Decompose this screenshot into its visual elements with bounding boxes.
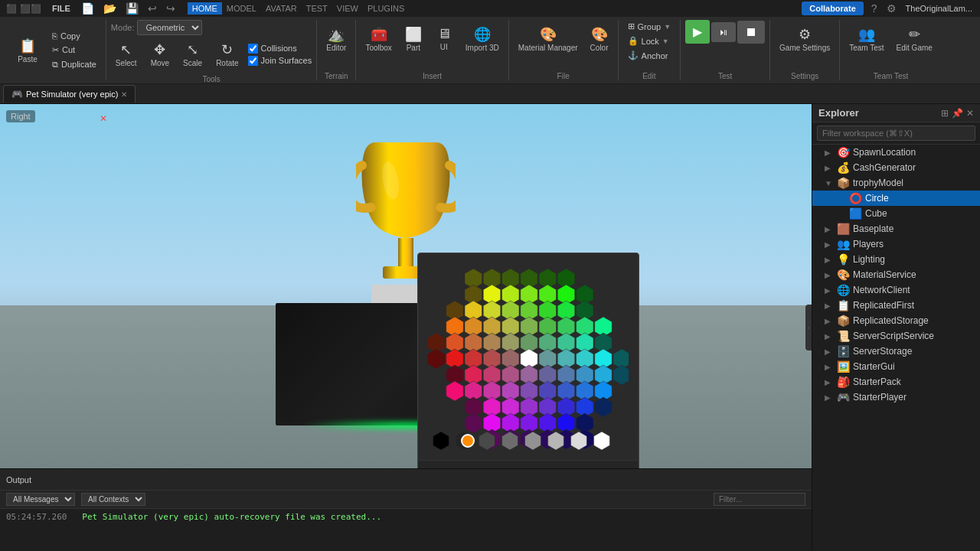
scale-icon: ⤡ [187,41,198,58]
nav-view[interactable]: VIEW [332,2,363,15]
settings-icon[interactable]: ⚙ [885,1,898,16]
collisions-checkbox[interactable] [248,44,258,54]
tree-item-starterplayer[interactable]: ▶ 🎮 StarterPlayer [812,390,980,405]
tree-icon: 🗄️ [837,345,850,357]
tree-icon: 📦 [837,315,850,327]
explorer-search-input[interactable] [817,126,975,141]
anchor-button[interactable]: ⚓ Anchor [623,49,676,62]
anchor-icon: ⚓ [628,51,639,60]
game-settings-button[interactable]: ⚙ Game Settings [775,20,835,63]
tree-label: CashGenerator [853,162,916,173]
terrain-section: ⛰️ Editor Terrain [317,20,356,80]
collaborate-button[interactable]: Collaborate [802,2,864,15]
tree-item-players[interactable]: ▶ 👥 Players [812,236,980,252]
tree-item-starterpack[interactable]: ▶ 🎒 StarterPack [812,374,980,390]
log-panel: All Messages All Contexts 05:24:57.260 P… [0,490,812,551]
user-label: TheOriginalLam... [904,2,974,15]
select-button[interactable]: ↖ Select [111,38,142,70]
tree-label: Cube [865,208,887,219]
tree-item-trophymodel[interactable]: ▼ 📦 trophyModel [812,175,980,191]
tab-pet-simulator[interactable]: 🎮 Pet Simulator (very epic) ✕ [3,85,136,103]
edit-game-button[interactable]: ✏ Edit Game [892,20,937,63]
tree-item-circle[interactable]: ⭕ Circle [812,191,980,206]
lock-button[interactable]: 🔒 Lock ▼ [623,34,676,47]
nav-home[interactable]: HOME [188,2,222,15]
duplicate-button[interactable]: ⧉ Duplicate [47,58,101,71]
clipboard-section: 📋 Paste ⎘ Copy ✂ Cut ⧉ Duplicate Clipboa… [3,20,106,80]
tree-item-networkclient[interactable]: ▶ 🌐 NetworkClient [812,282,980,298]
redo-icon[interactable]: ↪ [163,1,178,16]
tree-item-serverscriptservice[interactable]: ▶ 📜 ServerScriptService [812,328,980,344]
select-icon: ↖ [120,41,132,58]
all-contexts-dropdown[interactable]: All Contexts [81,493,145,506]
tree-item-materialservice[interactable]: ▶ 🎨 MaterialService [812,267,980,282]
nav-avatar[interactable]: AVATAR [261,2,302,15]
viewport[interactable]: ⊙ RRCG人人素材 Right ✕ [0,104,812,551]
tree-item-serverstorage[interactable]: ▶ 🗄️ ServerStorage [812,344,980,359]
explorer-expand-icon[interactable]: ⊞ [941,108,949,119]
toolbar: 📋 Paste ⎘ Copy ✂ Cut ⧉ Duplicate Clipboa… [0,17,980,84]
log-filter-input[interactable] [714,493,805,506]
mode-dropdown[interactable]: Geometric [137,20,202,35]
file-menu[interactable]: FILE [47,4,75,13]
toolbox-button[interactable]: 🧰 Toolbox [361,20,396,63]
tree-icon: 💰 [837,161,850,174]
tab-icon: 🎮 [11,89,23,99]
ui-button[interactable]: 🖥 UI [430,20,458,63]
new-file-icon[interactable]: 📄 [78,1,97,16]
tree-item-replicatedstorage[interactable]: ▶ 📦 ReplicatedStorage [812,313,980,328]
group-button[interactable]: ⊞ Group ▼ [623,20,676,33]
copy-button[interactable]: ⎘ Copy [47,30,101,42]
tree-item-spawnlocation[interactable]: ▶ 🎯 SpawnLocation [812,145,980,160]
scale-button[interactable]: ⤡ Scale [178,38,207,70]
tree-label: ReplicatedStorage [853,315,929,326]
resume-button[interactable]: ⏯ [711,22,736,42]
color-picker-panel[interactable]: More Colors [417,253,639,490]
all-messages-dropdown[interactable]: All Messages [6,493,75,506]
tree-label: StarterPlayer [853,392,906,403]
explorer-pin-icon[interactable]: 📌 [952,108,963,119]
import3d-button[interactable]: 🌐 Import 3D [461,20,504,63]
cut-button[interactable]: ✂ Cut [47,44,101,57]
undo-icon[interactable]: ↩ [145,1,160,16]
paste-button[interactable]: 📋 Paste [11,29,44,72]
team-test-button[interactable]: 👥 Team Test [844,20,888,63]
play-button[interactable]: ▶ [685,20,710,44]
nav-model[interactable]: MODEL [222,2,261,15]
move-button[interactable]: ✥ Move [146,38,174,70]
viewport-right-handle[interactable]: ‹ [805,305,812,350]
hex-color-grid[interactable] [418,253,639,460]
color-button[interactable]: 🎨 Color [586,20,613,63]
tab-label: Pet Simulator (very epic) [26,90,118,99]
join-surfaces-checkbox[interactable] [248,56,258,66]
nav-test[interactable]: TEST [302,2,332,15]
tree-item-cashgenerator[interactable]: ▶ 💰 CashGenerator [812,160,980,175]
stop-button[interactable]: ⏹ [737,21,765,44]
rotate-button[interactable]: ↻ Rotate [211,38,243,70]
tree-item-baseplate[interactable]: ▶ 🟫 Baseplate [812,221,980,236]
tree-arrow: ▶ [825,393,834,402]
join-surfaces-checkbox-row[interactable]: Join Surfaces [248,56,312,66]
tree-item-lighting[interactable]: ▶ 💡 Lighting [812,252,980,267]
open-file-icon[interactable]: 📂 [100,1,119,16]
nav-plugins[interactable]: PLUGINS [363,2,409,15]
collisions-checkbox-row[interactable]: Collisions [248,44,312,54]
tab-close-button[interactable]: ✕ [121,90,127,99]
explorer-close-icon[interactable]: ✕ [966,108,974,119]
tree-arrow: ▶ [825,271,834,279]
save-icon[interactable]: 💾 [122,1,142,16]
tree-icon: 🎨 [837,269,850,281]
editor-button[interactable]: ⛰️ Editor [322,20,351,63]
tree-item-replicatedfirst[interactable]: ▶ 📋 ReplicatedFirst [812,298,980,313]
crosshair: ✕ [100,113,107,124]
help-icon[interactable]: ? [870,1,879,16]
tree-label: Baseplate [853,223,893,234]
tree-item-cube[interactable]: 🟦 Cube [812,206,980,221]
tree-item-startergui[interactable]: ▶ 🖼️ StarterGui [812,359,980,374]
tree-icon: 🎮 [837,391,850,403]
part-button[interactable]: ⬜ Part [400,20,427,63]
tree-arrow: ▶ [825,363,834,371]
material-manager-button[interactable]: 🎨 Material Manager [514,20,583,63]
material-manager-icon: 🎨 [540,26,557,43]
tree-icon: 🟫 [837,223,850,235]
